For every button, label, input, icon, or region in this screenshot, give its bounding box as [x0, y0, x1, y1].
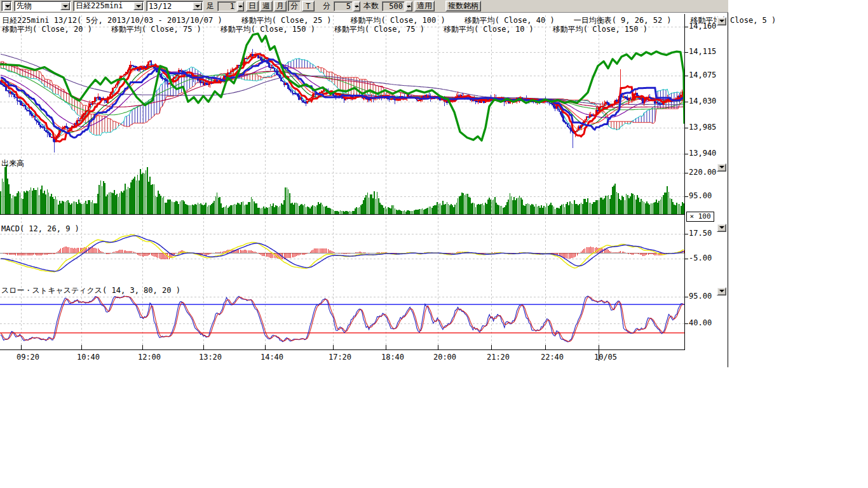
minute-value[interactable]: 5	[334, 1, 353, 11]
chart-canvas[interactable]	[0, 0, 868, 488]
minute-stepper[interactable]: 5	[334, 1, 360, 11]
time-axis-label: 20:00	[433, 353, 456, 362]
bar-count-stepper[interactable]: 500	[382, 1, 412, 11]
time-axis-label: 17:20	[329, 353, 351, 362]
period-button-week[interactable]: 週	[260, 1, 273, 11]
price-axis-label: 13,985	[689, 123, 716, 132]
volume-panel-menu-button[interactable]	[717, 163, 726, 172]
time-axis-label: 10/05	[594, 353, 617, 362]
period-button-month[interactable]: 月	[274, 1, 287, 11]
combo-contract-month-value: 13/12	[149, 2, 172, 11]
price-axis-label: 14,030	[689, 97, 716, 105]
chevron-down-icon	[719, 20, 724, 25]
price-axis-label: 13,940	[689, 149, 716, 158]
stoch-axis-label: 95.00	[689, 292, 712, 301]
stoch-panel-title: スロー・ストキャスティクス( 14, 3, 80, 20 )	[1, 287, 180, 295]
legend-row-2: 移動平均( Close, 20 )移動平均( Close, 75 )移動平均( …	[2, 24, 667, 35]
spinner-icon[interactable]	[237, 1, 244, 11]
main-panel-menu-button[interactable]	[717, 17, 726, 25]
legend-item: 移動平均( Close, 75 )	[334, 24, 424, 35]
volume-axis-label: 95.00	[689, 192, 712, 200]
chevron-down-icon	[719, 166, 724, 171]
price-axis-label: 14,075	[689, 71, 716, 79]
volume-axis-label: 220.00	[689, 168, 716, 177]
spinner-icon[interactable]	[405, 1, 412, 11]
chevron-down-icon	[4, 2, 11, 10]
legend-item: 移動平均( Close, 20 )	[2, 24, 92, 35]
time-axis-label: 14:40	[261, 353, 283, 362]
bar-count-label: 本数	[362, 1, 380, 11]
combo-instrument-type-value: 先物	[17, 1, 32, 11]
stoch-axis-label: 40.00	[689, 319, 712, 327]
macd-axis-label: 17.50	[689, 229, 712, 238]
combo-symbol[interactable]: 日経225mini	[73, 1, 144, 11]
period-type-label: 足	[205, 1, 215, 11]
time-axis-label: 10:40	[77, 353, 100, 362]
combo-contract-month[interactable]: 13/12	[146, 1, 203, 11]
apply-button[interactable]: 適用	[414, 1, 435, 11]
chevron-down-icon[interactable]	[193, 2, 202, 10]
combo-instrument-type[interactable]: 先物	[14, 1, 71, 11]
multi-symbol-button[interactable]: 複数銘柄	[445, 1, 481, 11]
macd-panel-menu-button[interactable]	[717, 224, 726, 232]
chevron-down-icon	[719, 290, 724, 295]
legend-item: 移動平均( Close, 150 )	[220, 24, 315, 35]
chart-area: 先物日経225mini13/12 足 1 日週月分T 分 5 本数 500 適用…	[0, 0, 868, 488]
volume-panel-title: 出来高	[1, 159, 24, 168]
period-value[interactable]: 1	[217, 1, 236, 11]
period-stepper[interactable]: 1	[217, 1, 244, 11]
price-axis-label: 14,115	[689, 48, 716, 56]
period-button-day[interactable]: 日	[246, 1, 259, 11]
minute-label: 分	[322, 1, 332, 11]
symbol-quick-dropdown[interactable]	[1, 1, 12, 11]
legend-item: 移動平均( Close, 75 )	[111, 24, 201, 35]
chevron-down-icon	[719, 226, 724, 231]
time-axis-label: 13:20	[199, 353, 222, 362]
macd-panel-title: MACD( 12, 26, 9 )	[1, 225, 79, 233]
spinner-icon[interactable]	[353, 1, 360, 11]
time-axis-label: 22:40	[541, 353, 564, 362]
chevron-down-icon[interactable]	[60, 2, 70, 10]
period-button-minute[interactable]: 分	[288, 1, 301, 11]
time-axis-label: 09:20	[17, 353, 39, 362]
bar-count-value[interactable]: 500	[382, 1, 405, 11]
time-axis-label: 21:20	[487, 353, 510, 362]
stoch-panel-menu-button[interactable]	[717, 287, 726, 295]
time-axis-label: 18:40	[381, 353, 404, 362]
legend-item: 移動平均( Close, 150 )	[553, 24, 648, 35]
macd-axis-label: -5.00	[689, 254, 712, 262]
legend-item: 移動平均( Close, 10 )	[444, 24, 534, 35]
toolbar: 先物日経225mini13/12 足 1 日週月分T 分 5 本数 500 適用…	[0, 0, 728, 13]
volume-multiplier-badge: × 100	[686, 212, 714, 222]
time-axis-label: 12:00	[138, 353, 161, 362]
period-button-tick[interactable]: T	[302, 1, 315, 11]
price-axis-label: 14,160	[689, 22, 716, 30]
combo-symbol-value: 日経225mini	[76, 1, 123, 11]
chevron-down-icon[interactable]	[133, 2, 143, 10]
